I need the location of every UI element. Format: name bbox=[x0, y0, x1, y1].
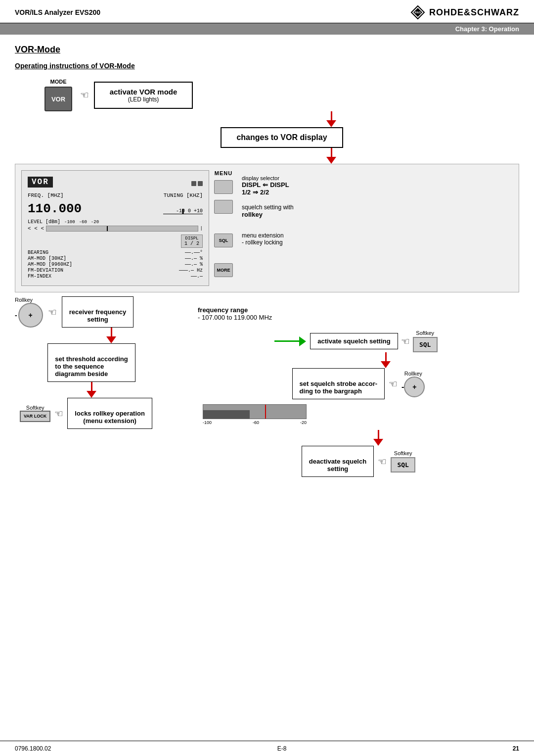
display-section: VOR FREQ. [MHZ] TUNING [KHZ] bbox=[15, 164, 519, 292]
footer: 0796.1800.02 E-8 21 bbox=[0, 741, 534, 756]
softkey-btn-1[interactable] bbox=[214, 180, 233, 194]
logo-icon: R&S bbox=[410, 5, 425, 20]
displ-selector-row: DISPL ⇐ DISPL bbox=[242, 181, 294, 189]
am-mod-30-row: AM-MOD [30HZ] ——.— % bbox=[28, 256, 203, 261]
softkey-var-lock-col: Softkey VAR LOCK bbox=[20, 405, 50, 423]
sql-key-1[interactable]: SQL bbox=[413, 337, 438, 352]
fm-index-row: FM-INDEX ——.— bbox=[28, 274, 203, 279]
vor-freq-value: 110.000 bbox=[28, 201, 82, 216]
bargraph-scale: -100 -60 -20 bbox=[203, 420, 307, 425]
arrow-right-green bbox=[274, 336, 306, 346]
footer-left: 0796.1800.02 bbox=[15, 745, 51, 752]
flow-diagram: MODE VOR ☜ activate VOR mode (LED lights… bbox=[15, 79, 519, 477]
rollkey-squelch-col: Rollkey - + bbox=[401, 371, 425, 397]
hand-icon-4: ☜ bbox=[401, 335, 410, 347]
var-lock-button[interactable]: VAR LOCK bbox=[20, 411, 50, 423]
receiver-freq-box: receiver frequency setting bbox=[62, 296, 134, 328]
set-squelch-strobe-box: set squelch strobe accor- ding to the ba… bbox=[292, 368, 385, 399]
arrow-down-4 bbox=[87, 382, 96, 398]
minus-sign: - bbox=[15, 311, 17, 319]
displ-fraction-row: 1/2 ⇒ 2/2 bbox=[242, 189, 294, 196]
tuning-scale: -10 0 +10 bbox=[163, 208, 203, 214]
bottom-flow-section: Rollkey - + ☜ receiver frequency setting bbox=[15, 292, 519, 477]
sql-softkey-col-1: Softkey SQL bbox=[413, 330, 438, 352]
footer-center: E-8 bbox=[277, 745, 287, 752]
deactivate-squelch-row: deactivate squelch setting ☜ Softkey SQL bbox=[292, 446, 415, 477]
subsection-title: Operating instructions of VOR-Mode bbox=[15, 62, 519, 70]
left-bottom-flow: Rollkey - + ☜ receiver frequency setting bbox=[15, 292, 168, 477]
main-content: VOR-Mode Operating instructions of VOR-M… bbox=[0, 35, 534, 741]
locks-rollkey-box: locks rollkey operation (menu extension) bbox=[67, 398, 152, 429]
softkey-label-1: Softkey bbox=[416, 330, 434, 336]
right-bottom-flow: frequency range - 107.000 to 119.000 MHz… bbox=[188, 292, 519, 477]
set-threshold-box: set threshold according to the sequence … bbox=[47, 343, 135, 382]
changes-box-wrapper: changes to VOR display bbox=[44, 127, 519, 148]
display-selector-label: display selector bbox=[242, 175, 294, 181]
arrow-down-1 bbox=[326, 111, 336, 127]
squelch-rollkey-annotation: squelch setting with rollkey bbox=[242, 204, 294, 218]
bargraph-track bbox=[203, 404, 307, 419]
svg-text:R&S: R&S bbox=[415, 11, 421, 14]
vor-freq-row: 110.000 -10 0 +10 bbox=[28, 199, 203, 218]
softkey-label-var: Softkey bbox=[26, 405, 44, 411]
rollkey-receiver-row: Rollkey - + ☜ receiver frequency setting bbox=[15, 296, 134, 328]
freq-range-annotation: frequency range - 107.000 to 119.000 MHz bbox=[198, 306, 272, 321]
rollkey-wrapper: Rollkey - + bbox=[15, 297, 43, 328]
bargraph-area: -100 -60 -20 bbox=[203, 404, 307, 425]
softkey-btn-2[interactable] bbox=[214, 200, 233, 214]
softkey-label-3: Softkey bbox=[394, 450, 412, 456]
activate-vor-title: activate VOR mode bbox=[105, 88, 182, 96]
hand-icon-3: ☜ bbox=[54, 408, 63, 420]
page-title: VOR-Mode bbox=[15, 45, 519, 55]
menu-buttons-col: MENU SQL MORE bbox=[214, 170, 233, 281]
activate-squelch-row: activate squelch setting ☜ Softkey SQL bbox=[274, 330, 437, 352]
vor-mode-button[interactable]: VOR bbox=[44, 87, 72, 111]
deactivate-squelch-box: deactivate squelch setting bbox=[302, 446, 374, 477]
menu-extension-annotation: menu extension - rollkey locking bbox=[242, 232, 294, 246]
header-title: VOR/ILS Analyzer EVS200 bbox=[15, 8, 100, 16]
arrow-down-2 bbox=[326, 148, 336, 164]
rollkey-button-2[interactable]: + bbox=[404, 377, 425, 397]
chapter-bar: Chapter 3: Operation bbox=[0, 23, 534, 35]
rollkey-label-2: Rollkey bbox=[404, 371, 422, 377]
softkey-btn-more[interactable]: MORE bbox=[214, 263, 233, 277]
arrow-down-5 bbox=[381, 352, 391, 368]
activate-squelch-box: activate squelch setting bbox=[310, 333, 398, 349]
am-mod-9960-row: AM-MOD [9960HZ] ——.— % bbox=[28, 262, 203, 267]
rollkey-button[interactable]: + bbox=[18, 303, 43, 328]
sql-softkey-col-2: Softkey SQL bbox=[391, 450, 415, 472]
hand-icon-1: ☜ bbox=[80, 89, 89, 101]
changes-box: changes to VOR display bbox=[221, 127, 343, 148]
hand-icon-5: ☜ bbox=[389, 378, 398, 390]
logo-text: ROHDE&SCHWARZ bbox=[429, 7, 519, 18]
bearing-row: BEARING ——.——° bbox=[28, 250, 203, 255]
vor-display-title: VOR bbox=[28, 177, 53, 188]
activate-box: activate VOR mode (LED lights) bbox=[94, 82, 193, 109]
hand-icon-6: ☜ bbox=[378, 456, 387, 468]
display-selector-annotation: display selector DISPL ⇐ DISPL 1/2 ⇒ 2/2 bbox=[242, 175, 294, 196]
vor-freq-header: FREQ. [MHZ] TUNING [KHZ] bbox=[28, 192, 203, 198]
set-squelch-strobe-row: set squelch strobe accor- ding to the ba… bbox=[282, 368, 425, 399]
vor-display: VOR FREQ. [MHZ] TUNING [KHZ] bbox=[21, 170, 209, 286]
right-annotations: display selector DISPL ⇐ DISPL 1/2 ⇒ 2/2 bbox=[242, 175, 294, 246]
arrow-down-3 bbox=[106, 328, 116, 343]
footer-right: 21 bbox=[513, 745, 519, 752]
rollkey-label: Rollkey bbox=[15, 297, 33, 303]
bargraph-fill bbox=[203, 410, 250, 419]
vor-level-bar-row: < < < | bbox=[28, 225, 203, 233]
page: VOR/ILS Analyzer EVS200 R&S ROHDE&SCHWAR… bbox=[0, 0, 534, 756]
logo-area: R&S ROHDE&SCHWARZ bbox=[410, 5, 519, 20]
displ-indicator: DISPL 1 / 2 bbox=[28, 235, 203, 248]
header: VOR/ILS Analyzer EVS200 R&S ROHDE&SCHWAR… bbox=[0, 0, 534, 23]
fm-dev-row: FM-DEVIATION ———.— Hz bbox=[28, 268, 203, 273]
led-lights-label: (LED lights) bbox=[105, 96, 182, 103]
softkey-btn-sql[interactable]: SQL bbox=[214, 234, 233, 247]
sql-key-2[interactable]: SQL bbox=[391, 457, 415, 472]
mode-button-area: MODE VOR bbox=[44, 79, 72, 111]
menu-label: MENU bbox=[215, 170, 232, 176]
hand-icon-2: ☜ bbox=[48, 306, 57, 318]
var-lock-row: Softkey VAR LOCK ☜ locks rollkey operati… bbox=[20, 398, 152, 429]
bargraph-marker bbox=[265, 405, 266, 419]
mode-label: MODE bbox=[50, 79, 67, 85]
vor-level-row: LEVEL [dBm] -100 -60 -20 bbox=[28, 219, 203, 225]
